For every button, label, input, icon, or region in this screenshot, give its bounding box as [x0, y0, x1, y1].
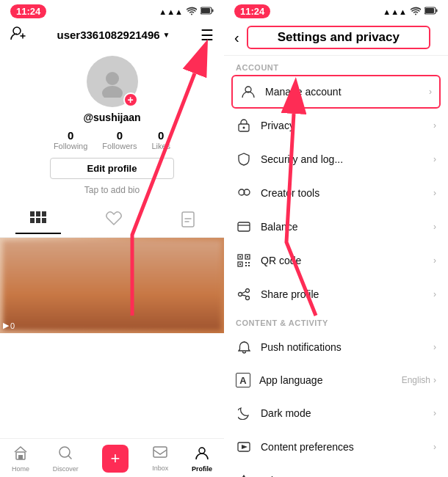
- manage-account-item[interactable]: Manage account ›: [231, 75, 441, 109]
- left-panel: 11:24 ▲▲▲ user3361082921496 ▼ ☰: [0, 0, 224, 477]
- add-friend-icon[interactable]: [10, 26, 26, 44]
- left-status-bar: 11:24 ▲▲▲: [0, 0, 224, 21]
- content-preferences-label: Content preferences: [261, 441, 433, 453]
- svg-point-37: [246, 289, 250, 293]
- tab-saved-icon[interactable]: [167, 208, 209, 234]
- create-button[interactable]: +: [102, 445, 129, 473]
- profile-tabs: [0, 204, 224, 238]
- app-language-value: English: [402, 375, 430, 385]
- avatar-plus-button[interactable]: +: [123, 92, 138, 107]
- right-panel: 11:24 ▲▲▲ ‹ Settings and privacy ACCOUNT…: [224, 0, 448, 477]
- svg-point-39: [246, 296, 250, 300]
- dark-mode-label: Dark mode: [261, 407, 433, 419]
- svg-rect-1: [201, 8, 210, 13]
- likes-count: 0: [158, 129, 164, 142]
- svg-rect-28: [239, 256, 241, 258]
- dark-mode-chevron: ›: [433, 408, 436, 418]
- following-label: Following: [54, 142, 87, 150]
- share-profile-chevron: ›: [433, 289, 436, 299]
- right-signal-icon: ▲▲▲: [383, 7, 407, 16]
- username-row[interactable]: user3361082921496 ▼: [57, 29, 170, 41]
- hamburger-icon[interactable]: ☰: [200, 26, 214, 44]
- svg-rect-26: [238, 222, 250, 231]
- nav-home[interactable]: Home: [12, 445, 29, 473]
- back-button[interactable]: ‹: [234, 29, 239, 46]
- content-preferences-item[interactable]: Content preferences ›: [224, 430, 448, 464]
- left-time: 11:24: [10, 4, 46, 18]
- profile-nav-icon: [195, 445, 209, 464]
- create-icon: +: [111, 449, 120, 468]
- svg-rect-19: [425, 8, 434, 13]
- svg-rect-32: [239, 263, 241, 265]
- push-notifications-chevron: ›: [433, 342, 436, 352]
- ads-icon: [236, 473, 252, 477]
- manage-account-chevron: ›: [429, 87, 432, 97]
- creator-tools-label: Creator tools: [261, 187, 433, 199]
- followers-count: 0: [117, 129, 123, 142]
- app-language-icon: A: [236, 373, 250, 387]
- right-status-bar: 11:24 ▲▲▲: [224, 0, 448, 21]
- right-battery-icon: [424, 7, 438, 16]
- ads-item[interactable]: Ads ›: [224, 464, 448, 477]
- page-title: Settings and privacy: [247, 26, 430, 49]
- share-profile-item[interactable]: Share profile ›: [224, 277, 448, 311]
- svg-point-4: [106, 72, 119, 85]
- dark-mode-item[interactable]: Dark mode ›: [224, 396, 448, 430]
- following-count: 0: [68, 129, 73, 142]
- edit-profile-button[interactable]: Edit profile: [50, 158, 175, 179]
- video-play-count: ▶0: [3, 321, 15, 330]
- settings-list: ACCOUNT Manage account › Privacy › Secur…: [224, 56, 448, 477]
- svg-rect-14: [18, 455, 23, 459]
- balance-icon: [236, 219, 252, 235]
- svg-rect-33: [245, 262, 247, 263]
- share-profile-label: Share profile: [261, 288, 433, 300]
- svg-point-38: [239, 293, 242, 296]
- nav-profile[interactable]: Profile: [192, 445, 212, 473]
- balance-item[interactable]: Balance ›: [224, 210, 448, 244]
- bottom-nav: Home Discover + Inbox Profile: [0, 438, 224, 477]
- push-notifications-item[interactable]: Push notifications ›: [224, 330, 448, 364]
- qr-code-item[interactable]: QR code ›: [224, 244, 448, 277]
- nav-discover[interactable]: Discover: [53, 445, 79, 473]
- security-item[interactable]: Security and log... ›: [224, 142, 448, 176]
- dark-mode-icon: [236, 405, 252, 421]
- security-icon: [236, 151, 252, 167]
- signal-icon: ▲▲▲: [159, 7, 183, 16]
- svg-rect-7: [36, 211, 40, 216]
- privacy-chevron: ›: [433, 120, 436, 131]
- manage-account-icon: [240, 84, 256, 100]
- profile-nav-label: Profile: [192, 465, 212, 473]
- svg-rect-2: [212, 10, 214, 12]
- svg-rect-11: [42, 218, 46, 223]
- security-chevron: ›: [433, 154, 436, 164]
- svg-point-5: [102, 86, 123, 98]
- creator-tools-chevron: ›: [433, 188, 436, 198]
- stat-likes: 0 Likes: [151, 129, 170, 150]
- svg-rect-16: [153, 447, 167, 457]
- tab-liked-icon[interactable]: [91, 208, 137, 234]
- svg-point-23: [243, 127, 245, 129]
- svg-marker-41: [242, 445, 248, 449]
- profile-section: + @sushijaan 0 Following 0 Followers 0 L…: [0, 50, 224, 200]
- video-thumbnail[interactable]: ▶0: [0, 238, 224, 333]
- nav-create[interactable]: +: [102, 445, 129, 473]
- push-notifications-label: Push notifications: [261, 341, 433, 353]
- creator-tools-item[interactable]: Creator tools ›: [224, 176, 448, 210]
- nav-inbox[interactable]: Inbox: [152, 446, 168, 472]
- creator-tools-icon: [236, 185, 252, 201]
- right-wifi-icon: [411, 7, 421, 17]
- discover-label: Discover: [53, 465, 79, 473]
- security-label: Security and log...: [261, 153, 433, 165]
- balance-label: Balance: [261, 221, 433, 233]
- tab-videos-icon[interactable]: [15, 208, 61, 234]
- push-notifications-icon: [236, 339, 252, 355]
- manage-account-label: Manage account: [265, 86, 429, 98]
- home-label: Home: [12, 465, 29, 473]
- qr-code-label: QR code: [261, 255, 433, 266]
- content-preferences-icon: [236, 439, 252, 455]
- app-language-item[interactable]: A App language English ›: [224, 364, 448, 396]
- app-language-chevron: ›: [433, 375, 436, 385]
- discover-icon: [58, 445, 73, 464]
- content-activity-label: CONTENT & ACTIVITY: [224, 311, 448, 330]
- privacy-item[interactable]: Privacy ›: [224, 109, 448, 142]
